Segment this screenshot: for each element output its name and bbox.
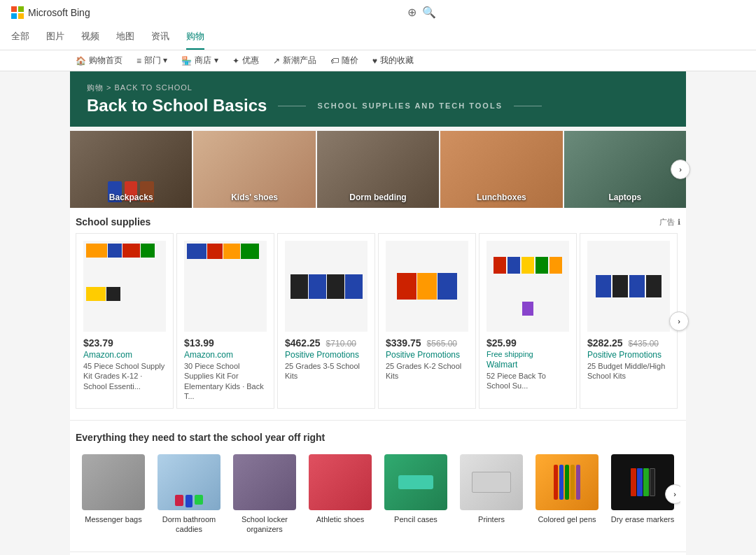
dry-erase-label: Dry erase markers: [608, 514, 678, 524]
product-orig-4: $565.00: [427, 339, 457, 349]
category-laptops[interactable]: Laptops: [564, 131, 686, 208]
tab-all[interactable]: 全部: [11, 24, 29, 50]
everything-pencil-cases[interactable]: Pencil cases: [378, 449, 454, 540]
everything-gel-pens[interactable]: Colored gel pens: [529, 449, 605, 540]
product-freeship-5: Free shipping: [486, 350, 569, 358]
lunchboxes-label: Lunchboxes: [440, 192, 562, 202]
category-lunchboxes[interactable]: Lunchboxes: [440, 131, 562, 208]
everything-locker-organizers[interactable]: School locker organizers: [227, 449, 302, 540]
everything-bathroom-caddies[interactable]: Dorm bathroom caddies: [151, 449, 227, 540]
product-store-5[interactable]: Walmart: [486, 360, 569, 370]
everything-title: Everything they need to start the school…: [76, 432, 680, 443]
category-row: Backpacks Kids' shoes Dorm bedding Lunch…: [70, 131, 686, 208]
subnav-home[interactable]: 🏠 购物首页: [76, 55, 122, 66]
product-card[interactable]: $339.75 $565.00 Positive Promotions 25 G…: [378, 233, 476, 409]
subnav-deals[interactable]: ✦ 优惠: [232, 55, 259, 66]
category-dorm[interactable]: Dorm bedding: [317, 131, 439, 208]
backpacks-label: Backpacks: [70, 192, 192, 202]
product-card[interactable]: $25.99 Free shipping Walmart 52 Piece Ba…: [479, 233, 577, 409]
everything-messenger-bags[interactable]: Messenger bags: [76, 449, 151, 540]
product-desc-1: 45 Piece School Supply Kit Grades K-12 ·…: [83, 361, 166, 391]
tab-news[interactable]: 资讯: [151, 24, 169, 50]
logo[interactable]: Microsoft Bing: [11, 6, 90, 19]
school-supplies-title: School supplies: [76, 216, 150, 227]
heart-icon: ♥: [372, 56, 377, 66]
banner: 购物 > BACK TO SCHOOL Back to School Basic…: [70, 71, 686, 127]
everything-printers[interactable]: Printers: [454, 449, 529, 540]
product-card[interactable]: $23.79 Amazon.com 45 Piece School Supply…: [76, 233, 174, 409]
banner-line: [278, 106, 306, 106]
banner-title: Back to School Basics SCHOOL SUPPLIES AN…: [87, 96, 669, 115]
logo-text: Microsoft Bing: [28, 7, 90, 18]
nav-tabs: 全部 图片 视频 地图 资讯 购物: [11, 24, 745, 50]
product-image-2: [184, 241, 267, 332]
section-divider: [70, 420, 686, 421]
header: Microsoft Bing ⊕ 🔍 全部 图片 视频 地图 资讯 购物: [0, 0, 756, 50]
laptops-label: Laptops: [564, 192, 686, 202]
products-carousel-next[interactable]: ›: [669, 311, 689, 331]
locker-organizers-image: [233, 454, 296, 510]
product-price-1: $23.79: [83, 337, 166, 349]
product-price-4: $339.75: [386, 337, 421, 349]
tab-maps[interactable]: 地图: [116, 24, 134, 50]
bathroom-caddies-image: [158, 454, 220, 510]
product-card[interactable]: $13.99 Amazon.com 30 Piece School Suppli…: [176, 233, 274, 409]
subnav-trending[interactable]: ↗ 新潮产品: [273, 55, 316, 66]
product-store-3[interactable]: Positive Promotions: [285, 350, 368, 360]
dorm-label: Dorm bedding: [317, 192, 439, 202]
product-orig-6: $435.00: [629, 339, 659, 349]
tab-shopping[interactable]: 购物: [186, 24, 204, 50]
product-card[interactable]: $282.25 $435.00 Positive Promotions 25 B…: [580, 233, 678, 409]
everything-athletic-shoes[interactable]: Athletic shoes: [302, 449, 378, 540]
everything-carousel-next[interactable]: ›: [665, 484, 680, 504]
deals-icon: ✦: [232, 56, 239, 66]
product-desc-6: 25 Budget Middle/High School Kits: [587, 361, 670, 381]
product-desc-5: 52 Piece Back To School Su...: [486, 371, 569, 391]
product-price-3: $462.25: [285, 337, 321, 349]
category-kids-shoes[interactable]: Kids' shoes: [193, 131, 315, 208]
home-icon: 🏠: [76, 56, 86, 66]
product-store-1[interactable]: Amazon.com: [83, 350, 166, 360]
category-backpacks[interactable]: Backpacks: [70, 131, 192, 208]
subnav-departments[interactable]: ≡ 部门 ▾: [136, 55, 167, 66]
product-price-2: $13.99: [184, 337, 267, 349]
subnav-price[interactable]: 🏷 随价: [330, 55, 358, 66]
product-price-5: $25.99: [486, 337, 569, 349]
messenger-bags-image: [82, 454, 145, 510]
ad-label: 广告 ℹ: [659, 217, 680, 227]
product-desc-4: 25 Grades K-2 School Kits: [386, 361, 468, 381]
gel-pens-label: Colored gel pens: [532, 514, 602, 524]
lens-icon[interactable]: ⊕: [407, 6, 416, 19]
subnav-favorites[interactable]: ♥ 我的收藏: [372, 55, 414, 66]
product-store-2[interactable]: Amazon.com: [184, 350, 267, 360]
list-icon: ≡: [136, 56, 141, 66]
price-icon: 🏷: [330, 56, 339, 66]
dry-erase-image: [611, 454, 674, 510]
search-icon[interactable]: 🔍: [422, 6, 436, 19]
gel-pens-image: [536, 454, 598, 510]
product-image-4: [386, 241, 468, 332]
printers-image: [460, 454, 523, 510]
product-image-1: [83, 241, 166, 332]
trending-icon: ↗: [273, 56, 280, 66]
banner-breadcrumb: 购物 > BACK TO SCHOOL: [87, 83, 669, 93]
school-supplies-section: School supplies 广告 ℹ: [70, 208, 686, 414]
product-store-4[interactable]: Positive Promotions: [386, 350, 468, 360]
subnav-stores[interactable]: 🏪 商店 ▾: [181, 55, 218, 66]
athletic-shoes-image: [309, 454, 372, 510]
tab-video[interactable]: 视频: [81, 24, 99, 50]
bathroom-caddies-label: Dorm bathroom caddies: [154, 514, 224, 535]
laptops-divider: [70, 552, 686, 552]
pencil-cases-image: [384, 454, 447, 510]
locker-organizers-label: School locker organizers: [230, 514, 300, 535]
product-price-6: $282.25: [587, 337, 623, 349]
microsoft-logo-icon: [11, 6, 24, 19]
everything-row: Messenger bags Dorm bathroom caddies Sch…: [76, 449, 680, 540]
product-store-6[interactable]: Positive Promotions: [587, 350, 670, 360]
category-carousel-next[interactable]: ›: [671, 160, 690, 179]
banner-line2: [514, 106, 542, 106]
tab-images[interactable]: 图片: [46, 24, 64, 50]
product-card[interactable]: $462.25 $710.00 Positive Promotions 25 G…: [277, 233, 375, 409]
info-icon[interactable]: ℹ: [678, 218, 680, 227]
products-row: $23.79 Amazon.com 45 Piece School Supply…: [76, 233, 680, 409]
